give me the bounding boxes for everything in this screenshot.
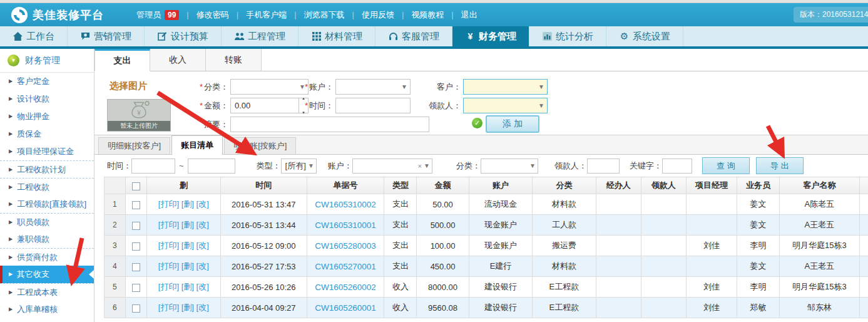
time-input[interactable] [335,98,411,113]
filter-time-to-input[interactable] [188,158,235,174]
edit-link[interactable]: [改] [197,303,209,312]
sidebar-item-设计收款[interactable]: ▶设计收款 [0,90,94,108]
customer-select[interactable]: ▼ [463,79,548,95]
delete-link[interactable]: [删] [181,241,194,250]
sidebar-item-质保金[interactable]: ▶质保金 [0,125,94,143]
col-header-客户名称[interactable]: 客户名称 [779,177,860,194]
col-header-单据号[interactable]: 单据号 [307,177,384,194]
col-header-业务员[interactable]: 业务员 [737,177,780,194]
tab-转账[interactable]: 转账 [206,49,262,71]
print-link[interactable]: [打印] [158,303,179,312]
sidebar-header[interactable]: ▼ 财务管理 [0,49,94,73]
sidebar-item-兼职领款[interactable]: ▶兼职领款 [0,231,94,248]
row-checkbox[interactable] [132,263,140,271]
topmenu-link-修改密码[interactable]: 修改密码 [197,9,229,21]
nav-tab-营销管理[interactable]: 营销管理 [68,26,145,46]
cell-doc_no[interactable]: CW1605310002 [307,194,384,215]
filter-keyword-input[interactable] [662,158,692,174]
sidebar-item-供货商付款[interactable]: ▶供货商付款 [0,248,94,266]
delete-link[interactable]: [删] [181,220,194,229]
sidebar-item-其它收支[interactable]: ▶其它收支 [0,266,94,283]
col-header-金额[interactable]: 金额 [417,177,469,194]
print-link[interactable]: [打印] [158,199,179,209]
sidebar-item-工程领款[直接领款][interactable]: ▶工程领款[直接领款] [0,195,94,213]
nav-tab-工作台[interactable]: 工作台 [0,26,68,46]
topmenu-link-视频教程[interactable]: 视频教程 [411,9,444,21]
print-link[interactable]: [打印] [158,241,179,250]
edit-link[interactable]: [改] [197,282,209,291]
summary-input[interactable] [230,117,429,132]
cell-doc_no[interactable]: CW1605280003 [307,236,384,256]
row-checkbox[interactable] [132,242,140,251]
col-header-分类[interactable]: 分类 [533,177,596,194]
row-checkbox[interactable] [132,284,140,292]
account-select[interactable]: ▼ [335,79,411,95]
pick-image-label[interactable]: 选择图片 [110,80,147,92]
filter-time-from-input[interactable] [131,158,175,174]
sidebar-item-客户定金[interactable]: ▶客户定金 [0,73,94,90]
sidebar-item-职员领款[interactable]: ▶职员领款 [0,213,94,231]
col-header-项目经理[interactable]: 项目经理 [686,177,737,194]
subtab-明细账[按客户][interactable]: 明细账[按客户] [98,137,170,154]
image-placeholder[interactable]: ¥ 暂未上传图片 [107,99,171,132]
sidebar-item-项目经理保证金[interactable]: ▶项目经理保证金 [0,143,94,160]
print-link[interactable]: [打印] [158,261,179,271]
col-header-工程编号[interactable]: 工程编号 [860,177,868,194]
nav-tab-工程管理[interactable]: 工程管理 [222,26,299,46]
col-header-时间[interactable]: 时间 [220,177,307,194]
tab-支出[interactable]: 支出 [94,49,150,71]
subtab-账目清单[interactable]: 账目清单 [171,135,223,155]
filter-category-select[interactable]: ▼ [481,158,538,174]
cell-type: 支出 [384,256,417,277]
sidebar-item-入库单稽核[interactable]: ▶入库单稽核 [0,301,94,318]
sidebar-item-工程收款[interactable]: ▶工程收款 [0,178,94,195]
col-header-经办人[interactable]: 经办人 [596,177,641,194]
filter-type-select[interactable]: [所有]▼ [281,158,317,174]
clear-x-icon[interactable]: × [417,162,421,170]
print-link[interactable]: [打印] [158,282,179,291]
cell-doc_no[interactable]: CW1605310001 [307,215,384,236]
topmenu-link-使用反馈[interactable]: 使用反馈 [362,9,394,21]
filter-account-select[interactable]: ×▼ [352,158,432,174]
admin-link[interactable]: 管理员 [136,9,161,21]
nav-tab-设计预算[interactable]: 设计预算 [145,26,222,46]
col-header-类型[interactable]: 类型 [384,177,417,194]
edit-link[interactable]: [改] [197,261,209,271]
edit-link[interactable]: [改] [197,220,209,229]
subtab-明细账[按账户][interactable]: 明细账[按账户] [224,137,296,154]
nav-tab-系统设置[interactable]: ⚙系统设置 [606,26,683,46]
export-button[interactable]: 导 出 [756,157,804,174]
row-checkbox[interactable] [132,201,140,209]
sidebar-item-物业押金[interactable]: ▶物业押金 [0,108,94,125]
add-button[interactable]: 添 加 [486,115,539,133]
row-checkbox[interactable] [132,304,140,313]
sidebar-item-工程成本表[interactable]: ▶工程成本表 [0,283,94,301]
tab-收入[interactable]: 收入 [150,49,206,71]
sidebar-item-工程收款计划[interactable]: ▶工程收款计划 [0,160,94,178]
delete-link[interactable]: [删] [181,199,194,209]
col-header-删[interactable]: 删 [146,177,220,194]
nav-tab-统计分析[interactable]: 统计分析 [529,26,606,46]
nav-tab-财务管理[interactable]: ¥财务管理 [452,26,529,46]
col-header-领款人[interactable]: 领款人 [641,177,686,194]
filter-payee-input[interactable] [587,158,620,174]
nav-tab-客服管理[interactable]: 客服管理 [375,26,452,46]
topmenu-link-手机客户端[interactable]: 手机客户端 [246,9,287,21]
col-header-账户[interactable]: 账户 [469,177,532,194]
nav-tab-材料管理[interactable]: 材料管理 [299,26,375,46]
print-link[interactable]: [打印] [158,220,179,229]
topmenu-link-浏览器下载[interactable]: 浏览器下载 [304,9,345,21]
payee-select[interactable]: ▼ [463,98,548,113]
cell-doc_no[interactable]: CW1605260001 [307,298,384,318]
delete-link[interactable]: [删] [181,303,194,312]
delete-link[interactable]: [删] [181,261,194,271]
delete-link[interactable]: [删] [181,282,194,291]
edit-link[interactable]: [改] [197,241,209,250]
topmenu-link-退出[interactable]: 退出 [461,9,477,21]
search-button[interactable]: 查 询 [702,157,750,174]
select-all-checkbox[interactable] [132,182,140,190]
cell-doc_no[interactable]: CW1605260002 [307,277,384,298]
edit-link[interactable]: [改] [197,199,209,209]
row-checkbox[interactable] [132,222,140,230]
cell-doc_no[interactable]: CW1605270001 [307,256,384,277]
